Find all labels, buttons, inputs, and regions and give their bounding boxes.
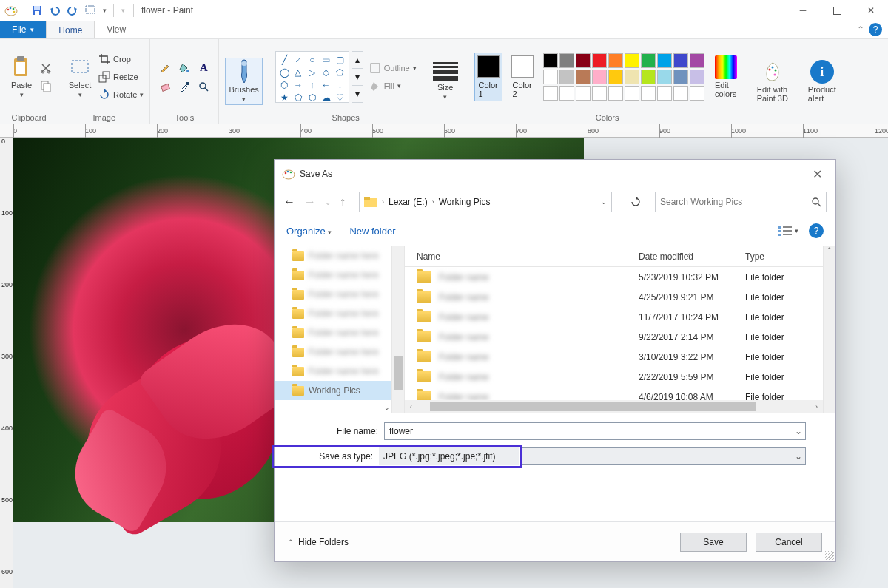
qat-save-icon[interactable] — [29, 2, 45, 18]
savetype-select[interactable]: ⌄ — [522, 447, 806, 465]
text-tool-icon[interactable]: A — [195, 58, 212, 76]
organize-button[interactable]: Organize ▾ — [286, 226, 332, 237]
file-list-header[interactable]: Name ⌃ Date modified Type — [405, 246, 835, 267]
brushes-button[interactable]: Brushes▾ — [225, 58, 262, 105]
color-swatch[interactable] — [592, 70, 607, 84]
color-swatch-empty[interactable] — [543, 86, 558, 101]
file-list[interactable]: Folder name5/23/2019 10:32 PMFile folder… — [405, 267, 835, 408]
color-swatch[interactable] — [690, 70, 704, 84]
color-swatch[interactable] — [559, 70, 574, 84]
color-swatch-empty[interactable] — [559, 86, 574, 101]
color-swatch[interactable] — [543, 53, 558, 68]
qat-redo-icon[interactable] — [64, 2, 81, 18]
color-swatch[interactable] — [625, 53, 639, 68]
file-row[interactable]: Folder name11/7/2017 10:24 PMFile folder — [405, 307, 835, 327]
color-swatch-empty[interactable] — [608, 86, 623, 101]
ribbon-collapse-icon[interactable]: ⌃ — [857, 24, 864, 35]
nav-up-icon[interactable]: ↑ — [340, 195, 346, 209]
shapes-more-icon[interactable]: ▾ — [352, 86, 363, 102]
file-hscrollbar[interactable]: ‹› — [405, 400, 823, 413]
color2-button[interactable]: Color 2 — [508, 53, 536, 101]
shapes-scroll-down-icon[interactable]: ▾ — [352, 69, 363, 86]
search-input[interactable]: Search Working Pics — [655, 192, 827, 212]
color-swatch-empty[interactable] — [657, 86, 672, 101]
qat-chevron-down-icon[interactable]: ▾ — [100, 2, 109, 18]
shapes-scroll-up-icon[interactable]: ▴ — [352, 52, 363, 69]
color-swatch[interactable] — [641, 70, 656, 84]
tree-scrollbar[interactable] — [391, 246, 404, 413]
file-vscrollbar[interactable]: ⌃ — [823, 246, 835, 413]
breadcrumb[interactable]: › Lexar (E:) › Working Pics ⌄ — [359, 192, 612, 212]
paint3d-button[interactable]: Edit with Paint 3D — [753, 58, 792, 105]
color-swatch[interactable] — [576, 53, 591, 68]
newfolder-button[interactable]: New folder — [349, 226, 395, 237]
dialog-help-icon[interactable]: ? — [809, 223, 824, 238]
file-row[interactable]: Folder name3/10/2019 3:22 PMFile folder — [405, 347, 835, 367]
cut-icon[interactable] — [40, 60, 52, 76]
color-palette[interactable] — [542, 53, 705, 101]
view-options-icon[interactable]: ▾ — [778, 226, 798, 236]
cancel-button[interactable]: Cancel — [756, 533, 822, 552]
color-swatch[interactable] — [673, 53, 688, 68]
rotate-button[interactable]: Rotate ▾ — [98, 87, 144, 103]
color-swatch[interactable] — [690, 53, 704, 68]
resize-button[interactable]: Resize — [98, 69, 144, 85]
nav-recent-icon[interactable]: ⌄ — [325, 198, 331, 206]
tab-view[interactable]: View — [95, 21, 138, 38]
tab-home[interactable]: Home — [46, 21, 95, 38]
eraser-tool-icon[interactable] — [156, 78, 174, 95]
hide-folders-button[interactable]: ⌃Hide Folders — [288, 537, 349, 547]
qat-overflow-icon[interactable]: ▾ — [118, 2, 127, 18]
color-swatch-empty[interactable] — [625, 86, 639, 101]
color-swatch[interactable] — [657, 70, 672, 84]
color-swatch-empty[interactable] — [673, 86, 688, 101]
close-button[interactable]: ✕ — [854, 0, 888, 21]
color-swatch[interactable] — [543, 70, 558, 84]
minimize-button[interactable]: ─ — [786, 0, 820, 21]
color-swatch[interactable] — [625, 70, 639, 84]
pencil-tool-icon[interactable] — [156, 58, 174, 76]
file-row[interactable]: Folder name9/22/2017 2:14 PMFile folder — [405, 327, 835, 347]
qat-select-icon[interactable] — [82, 2, 98, 18]
fill-button[interactable]: Fill ▾ — [369, 78, 417, 94]
folder-tree[interactable]: Folder name hereFolder name hereFolder n… — [275, 246, 404, 413]
magnifier-tool-icon[interactable] — [195, 78, 212, 95]
crop-button[interactable]: Crop — [98, 51, 144, 67]
color-swatch[interactable] — [608, 70, 623, 84]
shapes-gallery[interactable]: ╱⟋○▭▢ ◯△▷◇⬠ ⬡→↑←↓ ★⬠⬡☁♡ — [275, 51, 349, 103]
color-swatch[interactable] — [576, 70, 591, 84]
file-row[interactable]: Folder name5/23/2019 10:32 PMFile folder — [405, 267, 835, 287]
color-swatch[interactable] — [673, 70, 688, 84]
color-swatch[interactable] — [657, 53, 672, 68]
file-row[interactable]: Folder name2/22/2019 5:59 PMFile folder — [405, 367, 835, 387]
copy-icon[interactable] — [40, 78, 52, 94]
qat-undo-icon[interactable] — [47, 2, 63, 18]
color-swatch[interactable] — [559, 53, 574, 68]
fill-tool-icon[interactable] — [175, 58, 193, 76]
nav-forward-icon[interactable]: → — [304, 195, 316, 209]
product-alert-button[interactable]: iProduct alert — [804, 58, 840, 105]
size-button[interactable]: Size▾ — [429, 60, 462, 103]
refresh-icon[interactable] — [625, 192, 646, 212]
color-swatch[interactable] — [592, 53, 607, 68]
color-swatch-empty[interactable] — [690, 86, 704, 101]
dialog-close-button[interactable]: ✕ — [807, 164, 828, 184]
select-button[interactable]: Select▾ — [64, 53, 95, 101]
file-row[interactable]: Folder name4/25/2019 9:21 PMFile folder — [405, 287, 835, 307]
tab-file[interactable]: File ▾ — [0, 21, 46, 38]
paste-button[interactable]: Paste▾ — [6, 53, 37, 101]
edit-colors-button[interactable]: Edit colors — [711, 53, 741, 101]
save-button[interactable]: Save — [680, 533, 747, 552]
filename-input[interactable]: flower⌄ — [384, 422, 806, 440]
color1-button[interactable]: Color 1 — [474, 53, 502, 101]
color-swatch-empty[interactable] — [576, 86, 591, 101]
color-swatch-empty[interactable] — [641, 86, 656, 101]
color-swatch[interactable] — [641, 53, 656, 68]
eyedropper-tool-icon[interactable] — [175, 78, 193, 95]
help-icon[interactable]: ? — [869, 23, 882, 36]
nav-back-icon[interactable]: ← — [283, 195, 295, 209]
color-swatch[interactable] — [608, 53, 623, 68]
resize-grip-icon[interactable] — [825, 551, 834, 560]
outline-button[interactable]: Outline ▾ — [369, 60, 417, 76]
maximize-button[interactable] — [820, 0, 854, 21]
